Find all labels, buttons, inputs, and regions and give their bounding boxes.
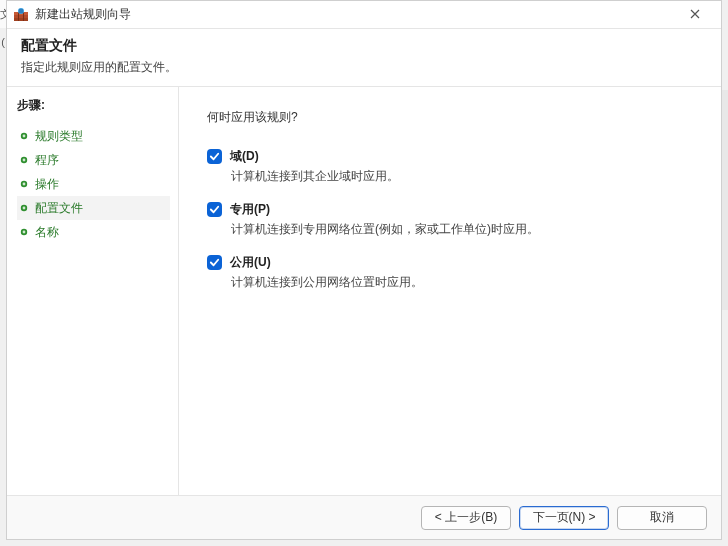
- option-public: 公用(U) 计算机连接到公用网络位置时应用。: [207, 254, 693, 291]
- bullet-icon: [19, 131, 29, 141]
- bullet-icon: [19, 203, 29, 213]
- option-domain: 域(D) 计算机连接到其企业域时应用。: [207, 148, 693, 185]
- svg-rect-3: [18, 12, 19, 21]
- svg-point-16: [23, 231, 26, 234]
- step-label: 规则类型: [35, 128, 83, 145]
- step-program[interactable]: 程序: [17, 148, 170, 172]
- checkbox-domain[interactable]: [207, 149, 222, 164]
- option-private: 专用(P) 计算机连接到专用网络位置(例如，家或工作单位)时应用。: [207, 201, 693, 238]
- svg-rect-6: [19, 9, 23, 13]
- steps-sidebar: 步骤: 规则类型 程序 操作: [7, 87, 179, 495]
- wizard-window: 新建出站规则向导 配置文件 指定此规则应用的配置文件。 步骤: 规则类型: [6, 0, 722, 540]
- checkbox-private[interactable]: [207, 202, 222, 217]
- step-name[interactable]: 名称: [17, 220, 170, 244]
- window-title: 新建出站规则向导: [35, 6, 675, 23]
- option-label: 公用(U): [230, 254, 271, 271]
- svg-rect-2: [14, 18, 28, 21]
- step-rule-type[interactable]: 规则类型: [17, 124, 170, 148]
- titlebar: 新建出站规则向导: [7, 1, 721, 29]
- option-description: 计算机连接到公用网络位置时应用。: [231, 274, 693, 291]
- bullet-icon: [19, 227, 29, 237]
- content-question: 何时应用该规则?: [207, 109, 693, 126]
- wizard-body: 步骤: 规则类型 程序 操作: [7, 87, 721, 495]
- step-label: 名称: [35, 224, 59, 241]
- steps-heading: 步骤:: [17, 97, 170, 114]
- wizard-footer: < 上一步(B) 下一页(N) > 取消: [7, 495, 721, 539]
- back-button[interactable]: < 上一步(B): [421, 506, 511, 530]
- next-button[interactable]: 下一页(N) >: [519, 506, 609, 530]
- bullet-icon: [19, 179, 29, 189]
- option-label: 专用(P): [230, 201, 270, 218]
- step-action[interactable]: 操作: [17, 172, 170, 196]
- step-label: 操作: [35, 176, 59, 193]
- firewall-icon: [13, 7, 29, 23]
- option-label: 域(D): [230, 148, 259, 165]
- svg-point-10: [23, 159, 26, 162]
- option-description: 计算机连接到专用网络位置(例如，家或工作单位)时应用。: [231, 221, 693, 238]
- bullet-icon: [19, 155, 29, 165]
- wizard-header: 配置文件 指定此规则应用的配置文件。: [7, 29, 721, 87]
- svg-point-14: [23, 207, 26, 210]
- step-profile[interactable]: 配置文件: [17, 196, 170, 220]
- wizard-content: 何时应用该规则? 域(D) 计算机连接到其企业域时应用。 专用(P): [179, 87, 721, 495]
- close-button[interactable]: [675, 2, 715, 28]
- page-title: 配置文件: [21, 37, 707, 55]
- option-description: 计算机连接到其企业域时应用。: [231, 168, 693, 185]
- cancel-button[interactable]: 取消: [617, 506, 707, 530]
- svg-rect-4: [23, 12, 24, 21]
- background-fragment-right: [722, 90, 728, 310]
- close-icon: [690, 8, 700, 22]
- page-description: 指定此规则应用的配置文件。: [21, 59, 707, 76]
- step-label: 程序: [35, 152, 59, 169]
- svg-point-8: [23, 135, 26, 138]
- svg-point-12: [23, 183, 26, 186]
- checkbox-public[interactable]: [207, 255, 222, 270]
- step-label: 配置文件: [35, 200, 83, 217]
